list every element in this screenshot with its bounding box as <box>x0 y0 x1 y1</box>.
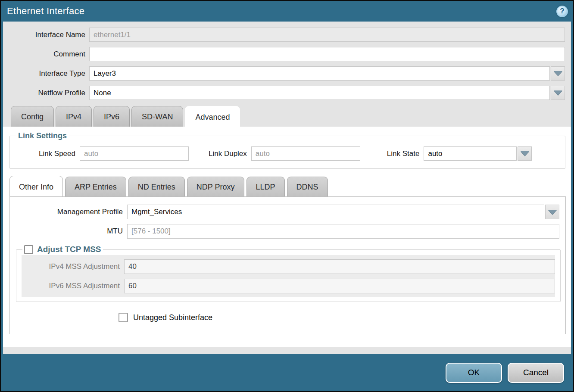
interface-name-field <box>89 28 565 42</box>
advanced-tab-panel: Link Settings Link Speed Link Duplex Lin… <box>3 127 571 347</box>
ipv6-mss-label: IPv6 MSS Adjustment <box>22 282 124 290</box>
untagged-subinterface-row: Untagged Subinterface <box>119 313 565 322</box>
other-info-panel: Management Profile Mgmt_Services MTU <box>9 196 566 334</box>
titlebar: Ethernet Interface ? <box>1 1 573 22</box>
subtab-nd-entries[interactable]: ND Entries <box>128 177 185 197</box>
dialog-body: Interface Name Comment Interface Type La… <box>3 22 571 354</box>
tab-sdwan[interactable]: SD-WAN <box>131 106 183 127</box>
dialog-footer: OK Cancel <box>1 354 573 391</box>
tab-ipv4[interactable]: IPv4 <box>56 106 92 127</box>
subtab-ndp-proxy[interactable]: NDP Proxy <box>187 177 244 197</box>
management-profile-select[interactable]: Mgmt_Services <box>127 205 544 219</box>
link-speed-field[interactable] <box>80 146 189 161</box>
ipv4-mss-field <box>124 259 555 274</box>
dialog-title: Ethernet Interface <box>7 6 84 17</box>
ipv6-mss-field <box>124 279 555 293</box>
chevron-down-icon <box>521 151 529 156</box>
ok-button[interactable]: OK <box>446 363 502 383</box>
tab-advanced[interactable]: Advanced <box>185 106 240 128</box>
chevron-down-icon <box>554 90 562 95</box>
mtu-row: MTU <box>10 224 559 239</box>
subtab-ddns[interactable]: DDNS <box>287 177 328 197</box>
netflow-profile-label: Netflow Profile <box>3 89 89 97</box>
ipv4-mss-row: IPv4 MSS Adjustment <box>22 259 555 274</box>
adjust-tcp-mss-caption: Adjust TCP MSS <box>37 245 101 254</box>
link-settings-row: Link Speed Link Duplex Link State auto <box>15 146 560 161</box>
tab-ipv6[interactable]: IPv6 <box>94 106 130 127</box>
netflow-profile-select[interactable]: None <box>89 86 550 100</box>
comment-row: Comment <box>3 47 565 61</box>
main-tabstrip: Config IPv4 IPv6 SD-WAN Advanced <box>3 105 571 127</box>
interface-type-dropdown-button[interactable] <box>551 66 565 81</box>
link-speed-label: Link Speed <box>15 149 80 158</box>
subtab-lldp[interactable]: LLDP <box>246 177 285 197</box>
interface-type-label: Interface Type <box>3 69 89 78</box>
link-state-dropdown-button[interactable] <box>518 146 532 161</box>
untagged-subinterface-checkbox[interactable] <box>119 313 128 322</box>
untagged-subinterface-label: Untagged Subinterface <box>133 313 212 322</box>
link-settings-legend: Link Settings <box>16 131 69 140</box>
link-state-label: Link State <box>387 149 424 158</box>
adjust-tcp-mss-group: Adjust TCP MSS IPv4 MSS Adjustment IPv6 … <box>16 245 561 302</box>
chevron-down-icon <box>548 210 557 215</box>
netflow-profile-dropdown-button[interactable] <box>551 86 565 100</box>
netflow-profile-row: Netflow Profile None <box>3 86 565 100</box>
tab-config[interactable]: Config <box>11 106 54 127</box>
interface-type-select[interactable]: Layer3 <box>89 66 550 81</box>
interface-name-label: Interface Name <box>3 31 89 39</box>
link-duplex-label: Link Duplex <box>209 149 251 158</box>
ethernet-interface-dialog: Ethernet Interface ? Interface Name Comm… <box>0 0 574 392</box>
cancel-button[interactable]: Cancel <box>508 363 564 383</box>
link-duplex-field[interactable] <box>251 146 360 161</box>
chevron-down-icon <box>554 71 562 76</box>
ipv4-mss-label: IPv4 MSS Adjustment <box>22 262 124 271</box>
help-icon[interactable]: ? <box>556 6 568 17</box>
comment-label: Comment <box>3 50 89 59</box>
link-state-select[interactable]: auto <box>424 146 517 161</box>
interface-name-row: Interface Name <box>3 28 565 42</box>
ipv6-mss-row: IPv6 MSS Adjustment <box>22 279 555 293</box>
mss-disabled-box: IPv4 MSS Adjustment IPv6 MSS Adjustment <box>22 255 555 297</box>
management-profile-label: Management Profile <box>10 208 127 216</box>
mtu-label: MTU <box>10 227 127 236</box>
subtab-other-info[interactable]: Other Info <box>9 176 63 198</box>
mtu-field[interactable] <box>127 224 559 239</box>
comment-field[interactable] <box>89 47 565 61</box>
adjust-tcp-mss-legend: Adjust TCP MSS <box>22 245 103 254</box>
management-profile-row: Management Profile Mgmt_Services <box>10 205 559 219</box>
management-profile-dropdown-button[interactable] <box>545 205 559 219</box>
link-settings-group: Link Settings Link Speed Link Duplex Lin… <box>9 131 565 169</box>
sub-tabstrip: Other Info ARP Entries ND Entries NDP Pr… <box>3 175 571 197</box>
interface-type-row: Interface Type Layer3 <box>3 66 565 81</box>
subtab-arp-entries[interactable]: ARP Entries <box>65 177 126 197</box>
adjust-tcp-mss-checkbox[interactable] <box>24 245 33 254</box>
